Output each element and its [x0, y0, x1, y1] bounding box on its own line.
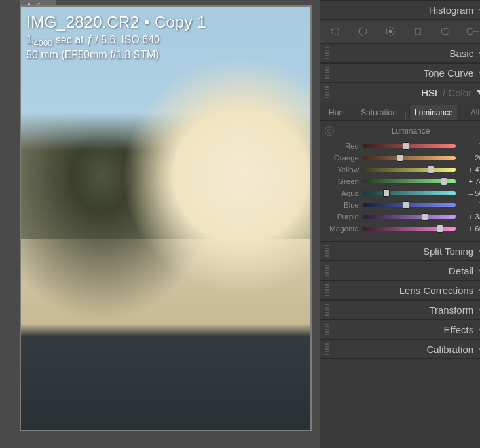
- slider-thumb[interactable]: [383, 189, 390, 197]
- grip-icon: [325, 67, 329, 79]
- slider-thumb[interactable]: [397, 154, 403, 162]
- slider-label-magenta: Magenta: [325, 225, 363, 233]
- crop-tool-icon[interactable]: [325, 23, 346, 40]
- grip-icon: [325, 47, 329, 59]
- slider-label-blue: Blue: [325, 201, 363, 209]
- slider-value-orange[interactable]: – 20: [456, 154, 480, 162]
- slider-label-green: Green: [325, 177, 363, 185]
- grip-icon: [325, 86, 329, 98]
- radial-tool-icon[interactable]: [435, 23, 456, 40]
- slider-thumb[interactable]: [441, 177, 447, 185]
- panel-lens-corrections[interactable]: Lens Corrections: [320, 280, 480, 300]
- slider-value-purple[interactable]: + 33: [456, 213, 480, 221]
- svg-point-5: [441, 28, 449, 35]
- overlay-exposure: 1/4000 sec at ƒ / 5.6, ISO 640: [26, 34, 305, 48]
- panel-histogram[interactable]: Histogram: [320, 0, 480, 20]
- chevron-down-icon: [477, 90, 480, 95]
- grip-icon: [325, 265, 329, 276]
- panel-effects[interactable]: Effects: [320, 320, 480, 339]
- panel-detail[interactable]: Detail: [320, 261, 480, 280]
- slider-value-red[interactable]: – 7: [456, 142, 480, 150]
- slider-aqua[interactable]: [363, 191, 456, 195]
- slider-value-blue[interactable]: – 7: [456, 201, 480, 209]
- svg-rect-0: [332, 28, 339, 35]
- slider-purple[interactable]: [363, 215, 456, 219]
- tab-saturation[interactable]: Saturation: [357, 105, 401, 120]
- svg-point-1: [359, 28, 367, 35]
- slider-thumb[interactable]: [422, 213, 428, 221]
- grip-icon: [325, 284, 329, 296]
- overlay-lens: 50 mm (EF50mm f/1.8 STM): [26, 49, 305, 61]
- redeye-tool-icon[interactable]: [380, 23, 401, 40]
- shutter-fraction: 1/4000: [26, 34, 52, 45]
- slider-magenta[interactable]: [363, 227, 456, 231]
- grip-icon: [325, 304, 329, 316]
- svg-rect-4: [415, 28, 420, 35]
- slider-thumb[interactable]: [428, 166, 434, 174]
- slider-yellow[interactable]: [363, 168, 456, 172]
- slider-value-magenta[interactable]: + 66: [456, 225, 480, 233]
- svg-point-6: [467, 28, 473, 35]
- slider-label-red: Red: [325, 142, 363, 150]
- panel-transform[interactable]: Transform: [320, 300, 480, 320]
- slider-label-purple: Purple: [325, 213, 363, 221]
- slider-label-yellow: Yellow: [325, 166, 363, 174]
- slider-green[interactable]: [363, 179, 456, 183]
- overlay-filename: IMG_2820.CR2 • Copy 1: [26, 13, 305, 31]
- slider-red[interactable]: [363, 144, 456, 148]
- slider-thumb[interactable]: [403, 142, 409, 150]
- panel-calibration[interactable]: Calibration: [320, 339, 480, 359]
- graduated-tool-icon[interactable]: [407, 23, 428, 40]
- panel-split-toning[interactable]: Split Toning: [320, 241, 480, 261]
- slider-thumb[interactable]: [437, 225, 443, 233]
- slider-value-green[interactable]: + 74: [456, 177, 480, 185]
- panel-tone-curve[interactable]: Tone Curve: [320, 63, 480, 83]
- grip-icon: [325, 324, 329, 335]
- slider-blue[interactable]: [363, 203, 456, 207]
- panel-basic[interactable]: Basic: [320, 43, 480, 63]
- spot-tool-icon[interactable]: [352, 23, 373, 40]
- hsl-body-title: Luminance: [338, 126, 480, 136]
- grip-icon: [325, 245, 329, 257]
- image-preview[interactable]: IMG_2820.CR2 • Copy 1 1/4000 sec at ƒ / …: [20, 5, 312, 431]
- slider-orange[interactable]: [363, 156, 456, 160]
- targeted-adjustment-icon[interactable]: [325, 126, 334, 136]
- brush-tool-icon[interactable]: [462, 23, 480, 40]
- slider-thumb[interactable]: [403, 201, 409, 209]
- panel-hsl-color[interactable]: HSL / Color: [320, 83, 480, 102]
- hsl-tabs: Hue| Saturation| Luminance| All: [320, 102, 480, 121]
- slider-label-aqua: Aqua: [325, 189, 363, 197]
- tab-all[interactable]: All: [467, 105, 480, 120]
- tool-strip: [320, 20, 480, 43]
- slider-value-aqua[interactable]: – 50: [456, 189, 480, 197]
- svg-point-3: [389, 30, 392, 33]
- tab-luminance[interactable]: Luminance: [411, 105, 457, 120]
- tab-hue[interactable]: Hue: [325, 105, 347, 120]
- slider-value-yellow[interactable]: + 47: [456, 166, 480, 174]
- slider-label-orange: Orange: [325, 154, 363, 162]
- grip-icon: [325, 343, 329, 355]
